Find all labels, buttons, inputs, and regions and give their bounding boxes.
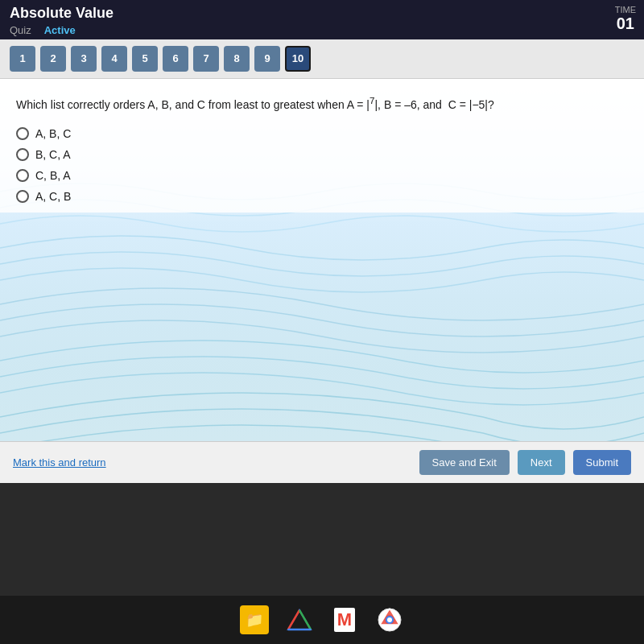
- nav-btn-4[interactable]: 4: [101, 46, 127, 72]
- quiz-window: Absolute Value Quiz Active TIME 01 12345…: [0, 0, 644, 483]
- option-row-1[interactable]: A, B, C: [16, 127, 628, 140]
- timer-area: TIME 01: [615, 5, 636, 33]
- next-button[interactable]: Next: [518, 450, 565, 475]
- nav-btn-1[interactable]: 1: [10, 46, 35, 72]
- nav-btn-6[interactable]: 6: [163, 46, 188, 72]
- chrome-taskbar-icon[interactable]: [375, 605, 404, 634]
- option-label-4: A, C, B: [35, 190, 71, 203]
- header-bar: Absolute Value Quiz Active TIME 01: [0, 0, 644, 39]
- submit-button[interactable]: Submit: [573, 450, 631, 475]
- question-content: Which list correctly orders A, B, and C …: [0, 79, 644, 213]
- gmail-taskbar-icon[interactable]: M: [330, 605, 359, 634]
- option-label-1: A, B, C: [35, 127, 71, 140]
- option-row-2[interactable]: B, C, A: [16, 148, 628, 161]
- save-exit-button[interactable]: Save and Exit: [419, 450, 510, 475]
- header-subtitle: Quiz Active: [10, 24, 634, 36]
- question-text: Which list correctly orders A, B, and C …: [16, 93, 628, 114]
- option-row-4[interactable]: A, C, B: [16, 190, 628, 203]
- option-label-3: C, B, A: [35, 169, 71, 182]
- question-nav: 12345678910: [0, 39, 644, 79]
- option-radio-1[interactable]: [16, 127, 29, 140]
- nav-btn-8[interactable]: 8: [224, 46, 250, 72]
- drive-icon: [287, 607, 312, 633]
- chrome-icon: [377, 607, 402, 633]
- quiz-label: Quiz: [10, 24, 31, 36]
- answer-options: A, B, C B, C, A C, B, A A, C, B: [16, 127, 628, 203]
- active-badge: Active: [44, 24, 76, 36]
- nav-btn-10[interactable]: 10: [285, 46, 311, 72]
- gmail-icon: M: [334, 608, 355, 632]
- svg-point-8: [387, 617, 392, 622]
- option-radio-3[interactable]: [16, 169, 29, 182]
- svg-marker-1: [288, 610, 311, 630]
- app-title: Absolute Value: [10, 5, 634, 23]
- nav-btn-9[interactable]: 9: [254, 46, 280, 72]
- files-taskbar-icon[interactable]: 📁: [240, 605, 269, 634]
- option-radio-4[interactable]: [16, 190, 29, 203]
- timer-label: TIME: [615, 5, 636, 14]
- files-icon: 📁: [246, 611, 263, 629]
- action-buttons: Save and Exit Next Submit: [419, 450, 631, 475]
- taskbar: 📁 M: [0, 596, 644, 644]
- drive-taskbar-icon[interactable]: [285, 605, 314, 634]
- mark-return-link[interactable]: Mark this and return: [13, 456, 106, 469]
- desktop: Absolute Value Quiz Active TIME 01 12345…: [0, 0, 644, 644]
- timer-value: 01: [615, 14, 636, 33]
- nav-btn-3[interactable]: 3: [71, 46, 97, 72]
- nav-btn-2[interactable]: 2: [40, 46, 66, 72]
- bottom-bar: Mark this and return Save and Exit Next …: [0, 441, 644, 483]
- nav-btn-5[interactable]: 5: [132, 46, 158, 72]
- option-label-2: B, C, A: [35, 148, 71, 161]
- option-radio-2[interactable]: [16, 148, 29, 161]
- option-row-3[interactable]: C, B, A: [16, 169, 628, 182]
- content-area: .wave { fill: none; stroke-width: 1.5; o…: [0, 79, 644, 441]
- nav-btn-7[interactable]: 7: [193, 46, 219, 72]
